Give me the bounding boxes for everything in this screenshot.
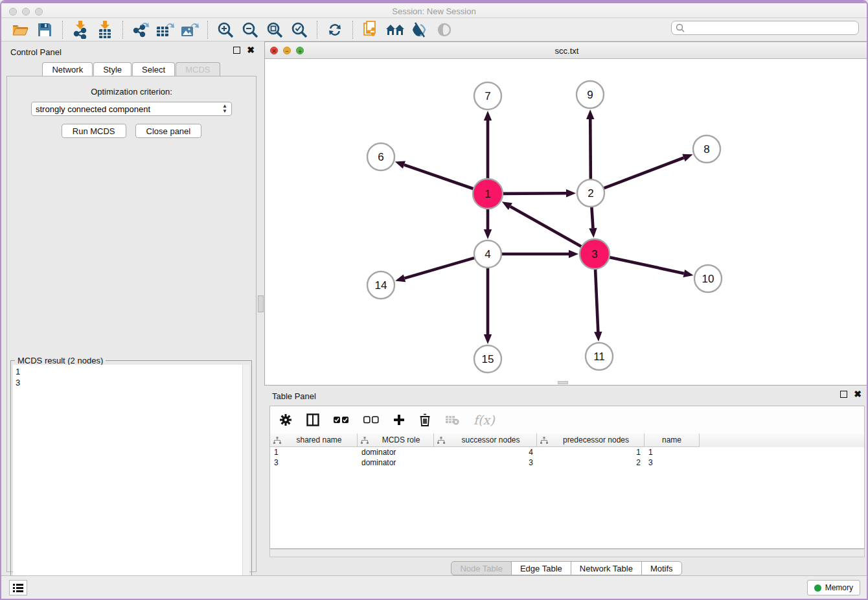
- node-label: 10: [702, 273, 714, 285]
- window-title: Session: New Session: [1, 6, 867, 16]
- toolbar-separator: [317, 21, 317, 39]
- optimization-select[interactable]: strongly connected component ▲▼: [31, 102, 232, 116]
- table-body: 1dominator4113dominator323: [270, 447, 864, 468]
- deselect-all-icon[interactable]: [363, 416, 379, 424]
- tab-select[interactable]: Select: [132, 62, 175, 76]
- table-tabs: Node TableEdge TableNetwork TableMotifs: [264, 561, 868, 575]
- network-canvas[interactable]: 1234678910111415: [265, 59, 868, 385]
- control-panel: Control Panel ✖ NetworkStyleSelectMCDS O…: [1, 41, 261, 578]
- zoom-out-icon[interactable]: [240, 21, 260, 39]
- table-row[interactable]: 3dominator323: [270, 457, 864, 468]
- edge-2-8[interactable]: [604, 157, 684, 188]
- edge-3-10[interactable]: [609, 257, 683, 273]
- window-titlebar: Session: New Session: [1, 1, 867, 18]
- node-label: 6: [378, 151, 383, 163]
- table-cell: 2: [537, 457, 645, 468]
- arrowhead-icon: [484, 229, 492, 239]
- table-header: shared nameMCDS rolesuccessor nodesprede…: [270, 433, 864, 447]
- edge-3-11[interactable]: [595, 269, 598, 332]
- function-builder-icon[interactable]: f(x): [474, 413, 495, 427]
- float-table-panel-icon[interactable]: [840, 391, 847, 398]
- select-all-icon[interactable]: [334, 416, 349, 424]
- memory-label: Memory: [825, 583, 853, 592]
- node-label: 3: [591, 248, 597, 260]
- column-header-shared-name[interactable]: shared name: [270, 433, 358, 447]
- arrowhead-icon: [586, 110, 594, 119]
- control-panel-title: Control Panel: [10, 47, 62, 57]
- run-mcds-button[interactable]: Run MCDS: [62, 124, 126, 138]
- table-cell: 1: [645, 447, 700, 457]
- close-panel-icon[interactable]: ✖: [247, 47, 255, 54]
- export-image-icon[interactable]: [180, 21, 200, 39]
- table-row[interactable]: 1dominator411: [270, 447, 864, 457]
- zoom-fit-icon[interactable]: [265, 21, 284, 39]
- search-field[interactable]: [671, 21, 859, 35]
- canvas-grip[interactable]: [558, 381, 568, 384]
- close-table-panel-icon[interactable]: ✖: [854, 391, 862, 398]
- table-cell: dominator: [358, 447, 434, 457]
- edge-3-1[interactable]: [510, 207, 582, 247]
- tab-motifs[interactable]: Motifs: [641, 561, 682, 575]
- import-network-icon[interactable]: [71, 21, 90, 39]
- column-header-predecessor-nodes[interactable]: predecessor nodes: [537, 433, 645, 447]
- optimization-value: strongly connected component: [36, 104, 150, 114]
- column-header-MCDS-role[interactable]: MCDS role: [358, 433, 434, 447]
- duplicate-network-icon[interactable]: [361, 21, 380, 39]
- gear-icon[interactable]: [279, 413, 292, 426]
- export-table-icon[interactable]: [155, 21, 175, 39]
- column-header-successor-nodes[interactable]: successor nodes: [434, 433, 537, 447]
- edge-2-9[interactable]: [590, 119, 591, 179]
- edge-4-14[interactable]: [404, 258, 474, 279]
- node-label: 8: [703, 143, 709, 156]
- tab-network[interactable]: Network: [42, 62, 93, 76]
- networks-overview-icon[interactable]: [385, 21, 405, 39]
- arrowhead-icon: [569, 250, 578, 258]
- zoom-selected-icon[interactable]: [290, 21, 309, 39]
- splitter-grip[interactable]: [258, 295, 264, 312]
- table-cell: 1: [270, 447, 358, 457]
- save-session-icon[interactable]: [35, 21, 54, 39]
- export-network-icon[interactable]: [131, 21, 150, 39]
- table-hscrollbar[interactable]: [269, 549, 865, 557]
- table-panel: Table Panel ✖ f(x) shared nameMCDS rol: [264, 386, 868, 578]
- arrowhead-icon: [683, 270, 694, 277]
- table-cell: 3: [270, 457, 358, 468]
- birds-eye-icon[interactable]: [435, 21, 454, 39]
- task-history-button[interactable]: [9, 580, 27, 595]
- tab-network-table[interactable]: Network Table: [571, 561, 642, 575]
- network-window: ✕ − ＋ scc.txt 1234678910111415: [264, 41, 868, 386]
- open-session-icon[interactable]: [10, 21, 30, 39]
- node-label: 2: [588, 187, 593, 200]
- node-table[interactable]: shared nameMCDS rolesuccessor nodesprede…: [269, 433, 865, 549]
- add-column-icon[interactable]: [393, 414, 405, 426]
- memory-button[interactable]: Memory: [807, 580, 860, 595]
- table-cell: 4: [434, 447, 537, 457]
- table-cell: 3: [645, 457, 700, 468]
- zoom-in-icon[interactable]: [216, 21, 235, 39]
- tab-style[interactable]: Style: [93, 62, 131, 76]
- import-table-icon[interactable]: [95, 21, 115, 39]
- delete-column-icon[interactable]: [419, 413, 431, 426]
- float-panel-icon[interactable]: [233, 47, 240, 54]
- edge-2-3[interactable]: [591, 207, 593, 228]
- edge-1-6[interactable]: [404, 165, 474, 189]
- tab-edge-table[interactable]: Edge Table: [511, 561, 571, 575]
- table-cell: dominator: [358, 457, 434, 468]
- mcds-result-text[interactable]: 1 3: [13, 365, 242, 599]
- tab-mcds[interactable]: MCDS: [176, 62, 220, 76]
- network-window-titlebar[interactable]: ✕ − ＋ scc.txt: [265, 42, 868, 59]
- result-scrollbar[interactable]: [242, 365, 249, 599]
- split-columns-icon[interactable]: [306, 413, 319, 426]
- close-panel-button[interactable]: Close panel: [135, 124, 202, 138]
- toolbar-separator: [62, 21, 63, 39]
- tab-node-table[interactable]: Node Table: [451, 561, 512, 575]
- table-cell: 1: [537, 447, 645, 457]
- delete-table-icon[interactable]: [445, 415, 459, 425]
- edge-1-2[interactable]: [503, 193, 566, 194]
- column-header-name[interactable]: name: [645, 433, 700, 447]
- refresh-icon[interactable]: [325, 21, 345, 39]
- search-input[interactable]: [687, 23, 858, 32]
- toolbar-separator: [207, 21, 208, 39]
- control-panel-tabs: NetworkStyleSelectMCDS: [1, 62, 261, 76]
- style-icon[interactable]: [410, 21, 429, 39]
